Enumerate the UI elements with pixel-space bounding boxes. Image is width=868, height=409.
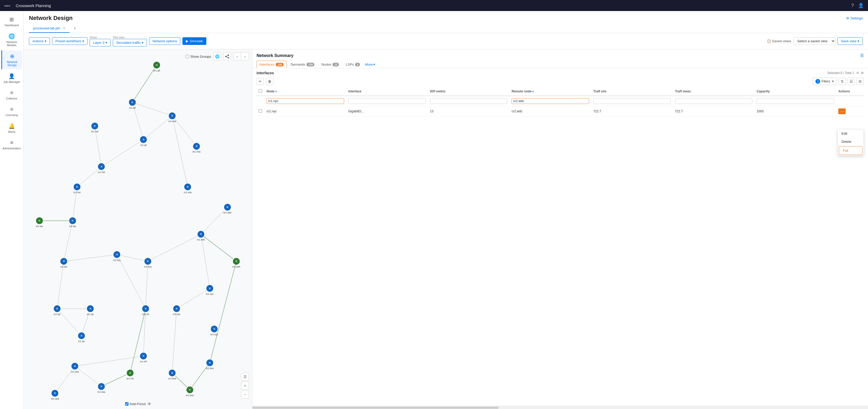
user-icon[interactable]: 👤 [858,3,864,8]
grid-icon-btn[interactable]: ⊟ [857,78,864,85]
sidebar-item-dashboard[interactable]: ⊞ Dashboard [1,14,22,29]
sidebar-item-administration[interactable]: ≡ Administration [1,137,22,152]
row-actions-btn[interactable]: ··· [838,108,846,114]
sidebar-item-collector[interactable]: ≡ Collector [1,87,22,103]
saved-view-select[interactable]: Select a saved view [793,37,835,45]
svg-text:✕: ✕ [175,307,178,311]
tab-nodes[interactable]: Nodes 33 [318,61,342,68]
context-menu-delete[interactable]: Delete [838,138,864,146]
svg-text:cr1.sea: cr1.sea [71,370,79,373]
sidebar-item-job-manager[interactable]: 👤 Job Manager [1,70,22,86]
licensing-icon: ≡ [10,106,13,112]
svg-text:cr2.wdc: cr2.wdc [232,265,241,268]
row-checkbox[interactable] [259,109,262,113]
content-area: Network Design ⚙ Settings processed-lab.… [24,11,868,409]
simulated-traffic-button[interactable]: Simulated traffic ▾ [113,39,147,46]
zoom-out-btn[interactable]: − [241,390,249,399]
edit-icon-btn[interactable]: ✏ [256,78,264,85]
network-graph[interactable]: ✕er1.atl✕cr1.atl✕er1.hst✕cr1.hst✕cr2.atl… [24,49,252,409]
tab-bar: processed-lab.pln ✕ + [29,24,863,33]
sort-icon-btn[interactable]: ⇅ [839,78,846,85]
show-groups-checkbox[interactable] [186,55,189,58]
move-icon[interactable]: ✛ [148,401,151,406]
list-view-icon[interactable]: ☰ [241,373,249,381]
panel-header-list-icon[interactable]: ☰ [860,53,864,58]
svg-text:cr2.atl: cr2.atl [140,144,147,146]
igp-filter-input[interactable] [430,98,507,104]
next-btn[interactable]: › [241,53,249,60]
save-view-button[interactable]: Save view ▾ [838,37,863,45]
sidebar-item-network-design[interactable]: ⊕ Network Design [1,50,22,69]
svg-text:er1.wdc: er1.wdc [223,211,232,214]
select-all-checkbox[interactable] [259,89,262,93]
node-filter-input[interactable] [267,98,344,104]
svg-text:✕: ✕ [147,259,149,263]
preset-workflows-label: Preset workflows [56,39,81,43]
remote-node-sort-icon[interactable]: ▾ [532,90,534,93]
svg-text:✕: ✕ [54,391,56,395]
context-menu-edit[interactable]: Edit [838,129,864,138]
actions-button[interactable]: Actions ▾ [29,37,50,45]
tab-interfaces[interactable]: Interfaces 100 [256,61,286,68]
table-body: cr1.nyc GigabitEt... 13 cr2.wdc 722.7 72… [256,106,864,116]
more-btn[interactable]: More ▾ [365,63,375,66]
interfaces-tab-label: Interfaces [259,63,274,66]
sidebar-item-licensing[interactable]: ≡ Licensing [1,104,22,119]
preset-workflows-button[interactable]: Preset workflows ▾ [52,37,88,45]
job-manager-icon: 👤 [8,73,15,79]
sidebar-item-network-models[interactable]: 🌐 Network Models [1,30,22,49]
context-menu-fail[interactable]: Fail [839,146,863,155]
traff-meas-col-label: Traff meas [675,90,691,93]
filters-x-icon[interactable]: ✕ [832,79,834,83]
tab-processed-lab[interactable]: processed-lab.pln ✕ [29,24,70,33]
interfaces-table: Node ▾ Interface IGP metric [256,87,864,116]
remote-node-filter-input[interactable] [512,98,589,104]
interface-filter-input[interactable] [348,98,426,104]
auto-focus-label[interactable]: Auto-Focus [125,402,146,406]
svg-text:✕: ✕ [188,388,191,392]
settings-link[interactable]: ⚙ Settings [846,16,863,20]
settings-label: Settings [850,16,863,20]
filter-button[interactable]: 2 Filters ✕ [812,78,837,85]
tab-demands[interactable]: Demands 109 [287,61,317,68]
svg-text:✕: ✕ [209,361,211,365]
layer-button[interactable]: Layer 3 ▾ [90,39,111,46]
panel-scrollbar[interactable] [252,406,868,409]
svg-text:✕: ✕ [89,307,92,311]
topology-icon-btn[interactable] [223,53,231,60]
capacity-filter-input[interactable] [756,98,834,104]
delete-icon-btn[interactable]: 🗑 [266,78,273,85]
svg-text:✕: ✕ [76,185,78,189]
simulate-button[interactable]: ▶ Simulate [182,37,206,45]
prev-btn[interactable]: ‹ [233,53,241,60]
svg-text:✕: ✕ [63,259,65,263]
help-icon[interactable]: ? [851,3,854,8]
col-capacity: Capacity [754,87,836,96]
tab-add[interactable]: + [70,24,80,33]
tab-lsps[interactable]: LSPs 0 [343,61,363,68]
auto-focus-checkbox[interactable] [125,402,128,406]
simulated-traffic-chevron-icon: ▾ [142,41,144,45]
sidebar-item-alerts[interactable]: 🔔 Alerts [1,120,22,136]
svg-text:er1.mia: er1.mia [193,150,200,153]
remote-node-col-label: Remote node [512,90,531,93]
selected-count: Selected 0 / Total 1 [827,71,854,75]
settings-icon[interactable]: ⚙ [861,71,864,75]
refresh-icon[interactable]: ↺ [856,71,859,75]
svg-text:✕: ✕ [56,307,58,311]
traff-meas-filter-input[interactable] [675,98,753,104]
list-icon-btn[interactable]: ☰ [847,78,855,85]
table-row: cr1.nyc GigabitEt... 13 cr2.wdc 722.7 72… [256,106,864,116]
page-title: Network Design [29,15,72,22]
tab-close-icon[interactable]: ✕ [63,27,65,30]
map-bottom-bar: Auto-Focus ✛ [125,401,151,406]
traff-sim-filter-input[interactable] [593,98,671,104]
show-groups-checkbox-label[interactable]: Show Groups [186,55,211,59]
globe-icon-btn[interactable]: 🌐 [213,53,221,60]
zoom-in-btn[interactable]: + [241,382,249,389]
node-sort-icon[interactable]: ▾ [275,90,277,93]
svg-text:✕: ✕ [100,165,103,169]
network-options-button[interactable]: Network options [149,37,180,45]
interfaces-title: Interfaces [256,71,274,75]
cell-traff-sim: 722.7 [591,106,673,116]
